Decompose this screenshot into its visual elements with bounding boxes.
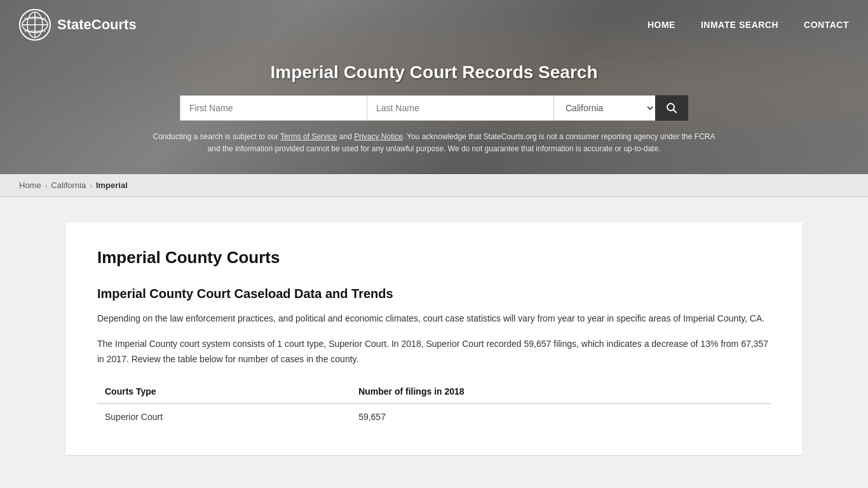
table-header-row: Courts Type Number of filings in 2018: [97, 380, 771, 403]
nav-home[interactable]: HOME: [648, 20, 675, 30]
breadcrumb-state[interactable]: California: [51, 180, 86, 190]
search-icon: [666, 102, 677, 114]
site-header: StateCourts HOME INMATE SEARCH CONTACT I…: [0, 0, 868, 174]
search-button[interactable]: [655, 95, 688, 121]
breadcrumb: Home › California › Imperial: [0, 174, 868, 197]
nav-contact-link[interactable]: CONTACT: [804, 20, 849, 30]
breadcrumb-sep-2: ›: [90, 182, 92, 189]
nav-contact[interactable]: CONTACT: [804, 20, 849, 30]
terms-link[interactable]: Terms of Service: [280, 132, 337, 141]
logo-area: StateCourts: [19, 9, 137, 41]
privacy-link[interactable]: Privacy Notice: [354, 132, 403, 141]
cell-court-type: Superior Court: [97, 403, 351, 430]
nav-links: HOME INMATE SEARCH CONTACT: [648, 20, 849, 30]
logo-icon: [19, 9, 51, 41]
paragraph-2: The Imperial County court system consist…: [97, 337, 771, 367]
svg-line-8: [674, 110, 677, 113]
page-title: Imperial County Courts: [97, 248, 771, 268]
col-courts-type: Courts Type: [97, 380, 351, 403]
main-content: Imperial County Courts Imperial County C…: [65, 222, 803, 454]
breadcrumb-sep-1: ›: [45, 182, 48, 189]
site-name: StateCourts: [57, 17, 137, 33]
breadcrumb-current: Imperial: [96, 180, 128, 190]
search-form: Select State Alabama Alaska Arizona Arka…: [180, 95, 688, 121]
section-title: Imperial County Court Caseload Data and …: [97, 287, 771, 301]
disclaimer-and: and: [337, 132, 354, 141]
disclaimer-before: Conducting a search is subject to our: [153, 132, 281, 141]
hero-title: Imperial County Court Records Search: [13, 62, 855, 83]
nav-inmate-search[interactable]: INMATE SEARCH: [701, 20, 778, 30]
col-filings: Number of filings in 2018: [351, 380, 771, 403]
table-row: Superior Court 59,657: [97, 403, 771, 430]
nav-inmate-search-link[interactable]: INMATE SEARCH: [701, 20, 778, 30]
caseload-table: Courts Type Number of filings in 2018 Su…: [97, 380, 771, 430]
cell-filings: 59,657: [351, 403, 771, 430]
hero-section: Imperial County Court Records Search Sel…: [0, 50, 868, 174]
breadcrumb-home[interactable]: Home: [19, 180, 41, 190]
nav-home-link[interactable]: HOME: [648, 20, 675, 30]
navbar: StateCourts HOME INMATE SEARCH CONTACT: [0, 0, 868, 50]
last-name-input[interactable]: [367, 95, 553, 121]
paragraph-1: Depending on the law enforcement practic…: [97, 311, 771, 327]
first-name-input[interactable]: [180, 95, 367, 121]
state-select[interactable]: Select State Alabama Alaska Arizona Arka…: [553, 95, 655, 121]
disclaimer-text: Conducting a search is subject to our Te…: [148, 131, 720, 155]
